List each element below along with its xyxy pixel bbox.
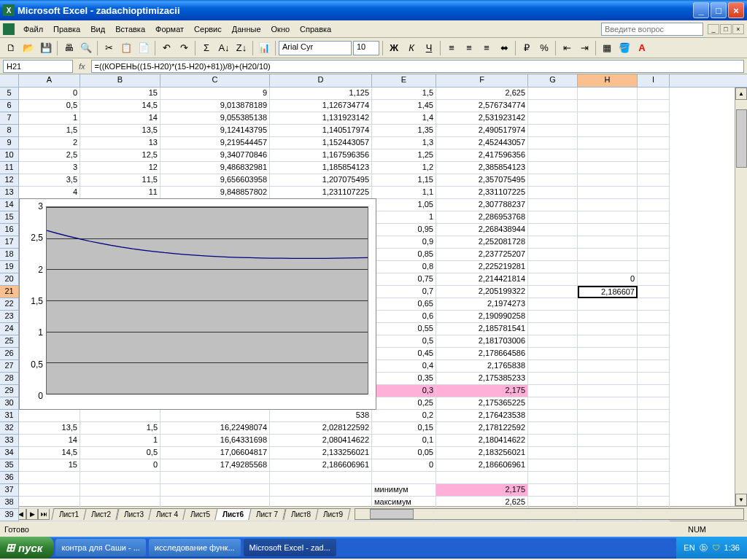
- cell[interactable]: 2,176423538: [436, 410, 528, 422]
- borders-icon[interactable]: ▦: [599, 40, 615, 56]
- cell[interactable]: [578, 360, 638, 373]
- cell[interactable]: 2,625: [436, 497, 528, 509]
- cell[interactable]: 2,028122592: [270, 422, 372, 435]
- menu-insert[interactable]: Вставка: [111, 23, 150, 35]
- cell[interactable]: [578, 335, 638, 348]
- cell[interactable]: 0,85: [372, 249, 436, 261]
- cell[interactable]: [578, 323, 638, 335]
- row-header[interactable]: 25: [0, 335, 19, 348]
- sheet-tab[interactable]: Лист9: [315, 508, 351, 520]
- cell[interactable]: [638, 298, 670, 311]
- cell[interactable]: [528, 249, 578, 261]
- cell[interactable]: 2,214421814: [436, 273, 528, 286]
- cell[interactable]: [80, 472, 160, 484]
- cell[interactable]: 2,385854123: [436, 162, 528, 174]
- new-icon[interactable]: 🗋: [3, 40, 19, 56]
- menu-help[interactable]: Справка: [295, 23, 336, 35]
- cell[interactable]: 2,225219281: [436, 261, 528, 273]
- tray-shield-icon[interactable]: 🛡: [712, 543, 720, 552]
- column-header-C[interactable]: C: [160, 74, 270, 87]
- cell[interactable]: [578, 112, 638, 125]
- cell[interactable]: 2,175385233: [436, 373, 528, 385]
- cell[interactable]: 0,1: [372, 435, 436, 447]
- sheet-tab[interactable]: Лист5: [182, 508, 218, 520]
- cell[interactable]: 0,7: [372, 286, 436, 298]
- sum-icon[interactable]: Σ: [198, 40, 214, 56]
- row-header[interactable]: 10: [0, 149, 19, 162]
- cell[interactable]: 1: [19, 112, 80, 125]
- row-header[interactable]: 32: [0, 422, 19, 435]
- cell[interactable]: [638, 385, 670, 397]
- cell[interactable]: [638, 125, 670, 137]
- cell[interactable]: [638, 211, 670, 224]
- cell[interactable]: [528, 199, 578, 211]
- cell[interactable]: [528, 348, 578, 360]
- align-left-icon[interactable]: ≡: [444, 40, 460, 56]
- cell[interactable]: [528, 298, 578, 311]
- cell[interactable]: 1,126734774: [270, 100, 372, 112]
- cell[interactable]: 1,3: [372, 137, 436, 149]
- scroll-thumb[interactable]: [736, 109, 747, 168]
- cell[interactable]: 11: [80, 187, 160, 199]
- cell[interactable]: [528, 273, 578, 286]
- indent-inc-icon[interactable]: ⇥: [576, 40, 592, 56]
- cell[interactable]: [638, 435, 670, 447]
- cell[interactable]: [578, 497, 638, 509]
- percent-icon[interactable]: %: [536, 40, 552, 56]
- menu-format[interactable]: Формат: [151, 23, 188, 35]
- print-icon[interactable]: 🖶: [61, 40, 77, 56]
- cell[interactable]: 13,5: [80, 125, 160, 137]
- row-header[interactable]: 17: [0, 236, 19, 249]
- cell[interactable]: 17,06604817: [160, 447, 270, 459]
- cell[interactable]: [528, 149, 578, 162]
- cell[interactable]: [638, 162, 670, 174]
- sheet-tab[interactable]: Лист8: [283, 508, 319, 520]
- cell[interactable]: 2,5: [19, 149, 80, 162]
- cell[interactable]: [578, 484, 638, 497]
- cell[interactable]: [578, 224, 638, 236]
- column-header-E[interactable]: E: [372, 74, 436, 87]
- cell[interactable]: [528, 187, 578, 199]
- cell[interactable]: 0: [578, 273, 638, 286]
- fx-icon[interactable]: fx: [73, 62, 91, 71]
- cell[interactable]: 2,452443057: [436, 137, 528, 149]
- cell[interactable]: [578, 211, 638, 224]
- cell[interactable]: 1,15: [372, 174, 436, 187]
- cell[interactable]: 2,357075495: [436, 174, 528, 187]
- row-header[interactable]: 11: [0, 162, 19, 174]
- row-header[interactable]: 39: [0, 509, 19, 521]
- row-header[interactable]: 16: [0, 224, 19, 236]
- row-header[interactable]: 18: [0, 249, 19, 261]
- cell[interactable]: 2,185781541: [436, 323, 528, 335]
- cell[interactable]: [578, 472, 638, 484]
- cell[interactable]: 3: [19, 162, 80, 174]
- column-header-I[interactable]: I: [638, 74, 670, 87]
- taskbar-item[interactable]: Microsoft Excel - zad...: [244, 539, 336, 556]
- save-icon[interactable]: 💾: [38, 40, 54, 56]
- row-header[interactable]: 34: [0, 447, 19, 459]
- column-header-G[interactable]: G: [528, 74, 578, 87]
- cell[interactable]: 2,186606961: [270, 459, 372, 472]
- cell[interactable]: 0,05: [372, 447, 436, 459]
- row-header[interactable]: 27: [0, 360, 19, 373]
- cell[interactable]: 1,45: [372, 100, 436, 112]
- cell[interactable]: [528, 112, 578, 125]
- undo-icon[interactable]: ↶: [158, 40, 174, 56]
- cell[interactable]: 2,181703006: [436, 335, 528, 348]
- cell[interactable]: 2,531923142: [436, 112, 528, 125]
- cell[interactable]: 2,417596356: [436, 149, 528, 162]
- cell[interactable]: 2,080414622: [270, 435, 372, 447]
- cell[interactable]: 1,4: [372, 112, 436, 125]
- scroll-down-button[interactable]: ▼: [735, 494, 747, 506]
- cell[interactable]: [528, 497, 578, 509]
- cell[interactable]: 0: [372, 459, 436, 472]
- cell[interactable]: [578, 397, 638, 410]
- cell[interactable]: [638, 422, 670, 435]
- cell[interactable]: [638, 236, 670, 249]
- menu-view[interactable]: Вид: [86, 23, 109, 35]
- cell[interactable]: 3,5: [19, 174, 80, 187]
- cell[interactable]: 0,6: [372, 311, 436, 323]
- cell[interactable]: [528, 236, 578, 249]
- cell[interactable]: [578, 447, 638, 459]
- start-button[interactable]: ⊞пуск: [0, 537, 54, 559]
